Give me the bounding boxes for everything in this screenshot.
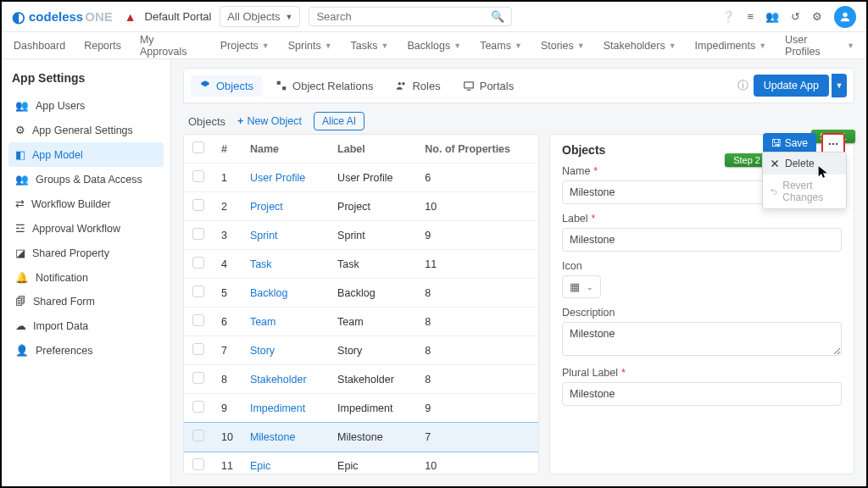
cell-name[interactable]: Project (242, 192, 329, 221)
table-row[interactable]: 3SprintSprint9 (184, 221, 538, 250)
database-icon[interactable]: ≡ (747, 10, 754, 23)
table-row[interactable]: 7StoryStory8 (184, 336, 538, 365)
sidebar-title: App Settings (12, 71, 160, 85)
nav-reports[interactable]: Reports (84, 40, 121, 52)
row-checkbox[interactable] (192, 170, 204, 182)
row-checkbox[interactable] (192, 430, 204, 441)
nav-projects[interactable]: Projects▼ (220, 40, 270, 52)
object-detail-panel: Step 1 Step 2 🖫 Save Delete Revert (549, 134, 854, 474)
gear-icon[interactable]: ⚙ (812, 10, 822, 23)
object-scope-dropdown[interactable]: All Objects▼ (220, 6, 300, 27)
row-checkbox[interactable] (192, 314, 204, 326)
nav-dashboard[interactable]: Dashboard (14, 40, 65, 52)
nav-tasks[interactable]: Tasks▼ (351, 40, 389, 52)
sidebar-item-app-users[interactable]: 👥App Users (8, 93, 164, 118)
cell-name[interactable]: User Profile (242, 164, 329, 192)
row-checkbox[interactable] (192, 401, 204, 413)
sidebar-icon: ◧ (15, 148, 25, 161)
input-label[interactable] (562, 228, 842, 252)
col-props[interactable]: No. of Properties (416, 135, 538, 164)
table-row[interactable]: 5BacklogBacklog8 (184, 279, 538, 308)
search-input[interactable] (316, 10, 491, 23)
row-checkbox[interactable] (192, 199, 204, 211)
cell-name[interactable]: Team (242, 308, 329, 336)
svg-rect-5 (464, 82, 473, 88)
row-checkbox[interactable] (192, 343, 204, 355)
chevron-down-icon: ▼ (262, 42, 270, 50)
nav-stakeholders[interactable]: Stakeholders▼ (604, 40, 676, 52)
global-search[interactable]: 🔍 (309, 7, 512, 26)
nav-sprints[interactable]: Sprints▼ (288, 40, 332, 52)
row-checkbox[interactable] (192, 372, 204, 384)
input-description[interactable] (562, 322, 842, 356)
cell-name[interactable]: Sprint (242, 221, 329, 250)
tab-object-relations[interactable]: Object Relations (267, 75, 381, 97)
col-label[interactable]: Label (329, 135, 416, 164)
new-object-button[interactable]: +New Object (237, 115, 302, 127)
row-checkbox[interactable] (192, 228, 204, 240)
tab-roles[interactable]: Roles (387, 75, 448, 97)
table-row[interactable]: 11EpicEpic10 (184, 452, 538, 475)
sidebar-item-approval-workflow[interactable]: ☲Approval Workflow (8, 216, 164, 241)
save-button[interactable]: 🖫 Save (763, 133, 816, 153)
row-checkbox[interactable] (192, 286, 204, 297)
cell-name[interactable]: Epic (242, 452, 329, 475)
table-row[interactable]: 10MilestoneMilestone7 (184, 423, 538, 452)
brand-logo: ◐ codelessONE (12, 8, 113, 26)
cell-name[interactable]: Stakeholder (242, 365, 329, 394)
sidebar-item-import-data[interactable]: ☁Import Data (8, 313, 164, 338)
sidebar-icon: 👥 (15, 99, 29, 112)
cell-name[interactable]: Backlog (242, 279, 329, 308)
history-icon[interactable]: ↺ (791, 10, 800, 23)
cell-name[interactable]: Task (242, 250, 329, 279)
cell-name[interactable]: Story (242, 336, 329, 365)
sidebar-item-preferences[interactable]: 👤Preferences (8, 338, 164, 363)
sidebar-item-shared-property[interactable]: ◪Shared Property (8, 241, 164, 265)
col-name[interactable]: Name (242, 135, 329, 164)
update-app-dropdown[interactable]: ▼ (832, 74, 847, 97)
nav-teams[interactable]: Teams▼ (480, 40, 522, 52)
row-checkbox[interactable] (192, 257, 204, 269)
row-checkbox[interactable] (192, 458, 204, 470)
cell-label: Epic (329, 452, 416, 475)
tab-objects[interactable]: Objects (191, 75, 262, 97)
portal-name[interactable]: Default Portal (145, 10, 212, 23)
cell-name[interactable]: Impediment (242, 394, 329, 423)
menu-revert: Revert Changes (763, 175, 846, 208)
table-row[interactable]: 1User ProfileUser Profile6 (184, 164, 538, 192)
cell-name[interactable]: Milestone (242, 423, 329, 452)
sidebar-item-shared-form[interactable]: 🗐Shared Form (8, 290, 164, 313)
tab-portals[interactable]: Portals (454, 75, 522, 97)
menu-delete[interactable]: Delete (763, 152, 846, 175)
table-row[interactable]: 2ProjectProject10 (184, 192, 538, 221)
update-app-button[interactable]: Update App (754, 75, 829, 97)
avatar[interactable] (834, 6, 856, 28)
sidebar-item-app-model[interactable]: ◧App Model (8, 142, 164, 167)
sidebar-item-groups-data-access[interactable]: 👥Groups & Data Access (8, 167, 164, 191)
svg-point-4 (403, 82, 406, 86)
sidebar-item-notification[interactable]: 🔔Notification (8, 265, 164, 290)
users-icon[interactable]: 👥 (765, 10, 779, 23)
svg-point-7 (832, 143, 834, 145)
nav-stories[interactable]: Stories▼ (541, 40, 585, 52)
cell-index: 5 (213, 279, 242, 308)
chevron-down-icon: ▼ (453, 42, 461, 50)
icon-picker[interactable]: ▦ ⌄ (562, 275, 601, 298)
select-all-checkbox[interactable] (192, 141, 204, 153)
sidebar-item-workflow-builder[interactable]: ⇄Workflow Builder (8, 191, 164, 216)
table-row[interactable]: 9ImpedimentImpediment9 (184, 394, 538, 423)
table-row[interactable]: 4TaskTask11 (184, 250, 538, 279)
chevron-down-icon: ▼ (515, 42, 522, 50)
info-icon[interactable]: ⓘ (737, 78, 748, 93)
input-plural[interactable] (562, 382, 842, 406)
sidebar-item-app-general-settings[interactable]: ⚙App General Settings (8, 118, 164, 142)
nav-user-profiles[interactable]: User Profiles▼ (785, 34, 854, 58)
sidebar-icon: 👤 (15, 344, 29, 357)
nav-impediments[interactable]: Impediments▼ (695, 40, 766, 52)
alice-ai-button[interactable]: Alice AI (314, 112, 364, 130)
help-icon[interactable]: ❔ (721, 10, 735, 23)
nav-my-approvals[interactable]: My Approvals (140, 34, 202, 58)
nav-backlogs[interactable]: Backlogs▼ (407, 40, 461, 52)
table-row[interactable]: 6TeamTeam8 (184, 308, 538, 336)
table-row[interactable]: 8StakeholderStakeholder8 (184, 365, 538, 394)
